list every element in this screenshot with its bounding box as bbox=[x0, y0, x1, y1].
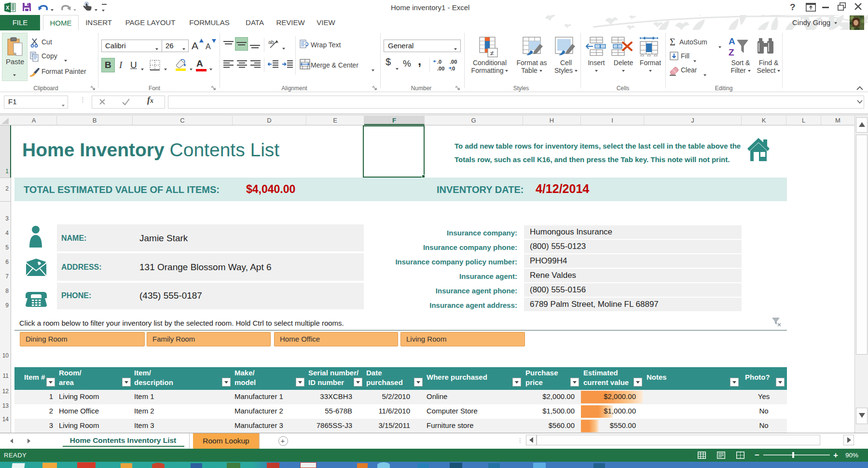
svg-text:.00: .00 bbox=[450, 59, 457, 65]
svg-text:X: X bbox=[6, 5, 10, 11]
svg-text:.0: .0 bbox=[437, 59, 441, 65]
svg-text:ab: ab bbox=[268, 39, 274, 45]
svg-text:Z: Z bbox=[729, 47, 734, 56]
svg-text:≠: ≠ bbox=[490, 49, 494, 57]
svg-text:.00: .00 bbox=[437, 66, 444, 71]
svg-text:.0: .0 bbox=[451, 66, 455, 71]
svg-text:A: A bbox=[729, 36, 735, 46]
